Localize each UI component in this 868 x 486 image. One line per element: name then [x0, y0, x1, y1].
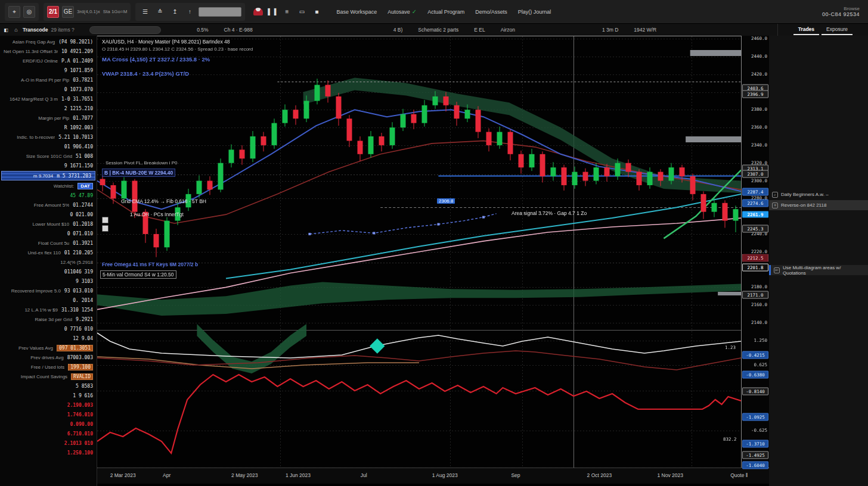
chart-mid-token-1[interactable]: Schematic 2 parts	[418, 27, 458, 33]
price-tag-blue[interactable]: 2287.4	[742, 188, 768, 196]
menu-item-play-journal[interactable]: Play() Journal	[513, 9, 557, 15]
watchlist-row[interactable]: Recovered Improve 5.093 013.010	[0, 286, 97, 295]
watchlist-row[interactable]: Indic. to b-recover5.21 10.7013	[0, 132, 97, 142]
watchlist-row[interactable]: 1.746.010	[0, 410, 97, 419]
chart-range-token-1[interactable]: 1942 W/R	[634, 27, 656, 33]
watchlist-row[interactable]: 12 9.04	[0, 334, 97, 343]
menu-item-base-workspace[interactable]: Base Workspace	[331, 9, 382, 15]
tab-exposure[interactable]: Exposure	[822, 25, 852, 35]
price-tag-white[interactable]: 2201.8	[742, 264, 768, 272]
price-tag-dark[interactable]: 2396.9	[742, 91, 768, 98]
chart-mid-token-3[interactable]: Airzon	[501, 27, 515, 33]
tune-tool-icon[interactable]: ≡	[281, 6, 293, 18]
collapse-sidebar-icon[interactable]: ◧	[2, 26, 10, 33]
watchlist-row[interactable]: 9 1671.150	[0, 161, 97, 170]
chat-tool-icon[interactable]: ■	[311, 6, 323, 18]
watchlist-row[interactable]: m 9.7034m 5 3731.203	[1, 171, 95, 180]
filter-tool-icon[interactable]: ↑	[184, 6, 196, 18]
corner-browse-label[interactable]: Browse	[822, 6, 860, 11]
tab-trades[interactable]: Trades	[793, 25, 819, 35]
pointer-tool-icon[interactable]: ⌖	[8, 6, 20, 18]
price-chart-canvas[interactable]	[97, 36, 741, 468]
watchlist-row[interactable]: Raise 3d per Grid9.2921	[0, 314, 97, 324]
watchlist-row[interactable]: 1.250.100	[0, 448, 97, 457]
watchlist-row[interactable]: 0 021.00	[0, 210, 97, 219]
menu-item-autosave[interactable]: Autosave✓	[382, 8, 422, 15]
chart-token-0[interactable]: 0.5%	[197, 27, 208, 33]
price-tag-blue[interactable]: -0.4215	[742, 351, 768, 359]
watchlist-row[interactable]: 0 071.010	[0, 229, 97, 238]
watchlist-row[interactable]: 011046 319	[0, 267, 97, 276]
watchlist-row[interactable]: Prev Values Avg097 01.3051	[0, 343, 97, 353]
watchlist-row[interactable]: 0.090.00	[0, 419, 97, 429]
watchlist-row[interactable]: Asian Freq Gap Avg(P4 98.2021)	[0, 37, 97, 46]
watchlist-row[interactable]: 2.190.093	[0, 400, 97, 410]
watchlist-row[interactable]: 12.4(% (5.2918	[0, 257, 97, 267]
price-tag-bright[interactable]: 2261.9	[742, 211, 768, 218]
monitor-tool-icon[interactable]: ▭	[296, 6, 308, 18]
watchlist-row[interactable]: 5 8583	[0, 381, 97, 391]
watchlist-row[interactable]: 6.710.010	[0, 429, 97, 438]
watchlist-search-input[interactable]	[89, 26, 161, 34]
target-tool-icon[interactable]: ◎	[23, 6, 35, 18]
watchlist-row[interactable]: 0. 2014	[0, 295, 97, 305]
watchlist-row[interactable]: Margin per Pip01.7077	[0, 113, 97, 123]
watchlist-row[interactable]: Size Score 101C Grid51 008	[0, 151, 97, 161]
price-tag-dark[interactable]: -1.4925	[742, 451, 768, 459]
watchlist-row[interactable]: Prev drives Avg87003.003	[0, 353, 97, 362]
watchlist-row[interactable]: Impact Count SavingsRVALID	[0, 372, 97, 381]
chart-mid-token-2[interactable]: E EL	[474, 27, 485, 33]
watchlist-row[interactable]: 0 7716 010	[0, 324, 97, 334]
price-tag-blue[interactable]: -1.3710	[742, 440, 768, 448]
anchor-tool-icon[interactable]: ≙	[154, 6, 166, 18]
watchlist-row[interactable]: Watchlist:DAT	[0, 181, 97, 191]
watchlist-row[interactable]: 01 906.410	[0, 142, 97, 151]
alarm-icon[interactable]	[253, 8, 263, 15]
pin-tool-icon[interactable]: ↥	[169, 6, 181, 18]
price-axis[interactable]: 2460.02440.02420.02400.02380.02360.02340…	[741, 36, 769, 468]
watchlist-row[interactable]: A-O in Rand Pt per Pip03.7821	[0, 75, 97, 85]
chart-token-1[interactable]: Ch 4 · E-988	[224, 27, 253, 33]
grid-tool-icon[interactable]: GE	[62, 6, 74, 18]
chart-tool-icon[interactable]	[102, 225, 108, 232]
menu-item-demo-assets[interactable]: Demo/Assets	[470, 9, 513, 15]
price-tag-dark[interactable]: 2245.3	[742, 225, 768, 233]
price-tag-blue[interactable]: 2274.6	[742, 200, 768, 207]
watchlist-row[interactable]: Lower Mount $1001.2018	[0, 219, 97, 229]
chart-area[interactable]: XAU/USD, H4 · Money Master (P4 98.2021) …	[97, 36, 741, 468]
chart-mid-token-0[interactable]: 4 B)	[393, 27, 403, 33]
sell-buy-icon[interactable]: 2/1	[47, 6, 59, 18]
panel-notification-item[interactable]: ≡Reverse-on 842 2118	[769, 200, 868, 210]
watchlist-row[interactable]: Free / Used lots199.100	[0, 362, 97, 372]
watchlist-row[interactable]: 2 1215.210	[0, 104, 97, 113]
watchlist-row[interactable]: 9 1071.859	[0, 66, 97, 75]
watchlist-row[interactable]: Free Amount 5%01.2744	[0, 200, 97, 210]
watchlist-row[interactable]: Und-ex flex 11001 210.205	[0, 248, 97, 257]
watchlist-row[interactable]: 12 L.A 1% w $931.310 1254	[0, 305, 97, 314]
watchlist-row[interactable]: ERDF/DJ OnlineP.A 01.2409	[0, 56, 97, 66]
stats-tool-icon[interactable]: ▌▐	[266, 6, 278, 18]
price-tag-dark[interactable]: 2171.0	[742, 291, 768, 299]
watchlist-row[interactable]: 9 3103	[0, 276, 97, 286]
layers-tool-icon[interactable]: ☰	[139, 6, 151, 18]
chart-range-token-0[interactable]: 1 3m D	[602, 27, 618, 33]
watchlist-row[interactable]: 1 9 616	[0, 391, 97, 400]
watchlist-row[interactable]: 2.1013 010	[0, 438, 97, 448]
time-axis[interactable]: 2 Mar 2023Apr2 May 20231 Jun 2023Jul1 Au…	[97, 468, 769, 484]
watchlist-row[interactable]: R 1092.003	[0, 123, 97, 132]
chart-tool-icon[interactable]	[102, 217, 108, 223]
watchlist-row[interactable]: 45 47.89	[0, 191, 97, 200]
order-size-input[interactable]	[199, 7, 241, 17]
panel-notification-item[interactable]: ⌕Daily Beginners A.w. –	[769, 189, 868, 200]
menu-item-actual-program[interactable]: Actual Program	[422, 9, 470, 15]
watchlist-row[interactable]: Net Open 11.3rd Offset 3rd10 4921.209	[0, 46, 97, 56]
price-tag-blue[interactable]: -0.6380	[742, 371, 768, 379]
price-tag-dark[interactable]: -0.8140	[742, 388, 768, 395]
price-tag-dark[interactable]: 2307.0	[742, 170, 768, 178]
price-tag-blue[interactable]: -1.6040	[742, 462, 768, 469]
home-icon[interactable]: ⌂	[13, 26, 20, 33]
price-tag-red[interactable]: 2212.5	[742, 254, 768, 262]
price-tag-blue[interactable]: -1.0925	[742, 413, 768, 421]
watchlist-row[interactable]: 1642 Marg/Rest Q 3 m1-0 31.7651	[0, 94, 97, 104]
panel-footer-item[interactable]: ✄Use Multi-diagram areas w/ Quotations	[769, 265, 868, 275]
